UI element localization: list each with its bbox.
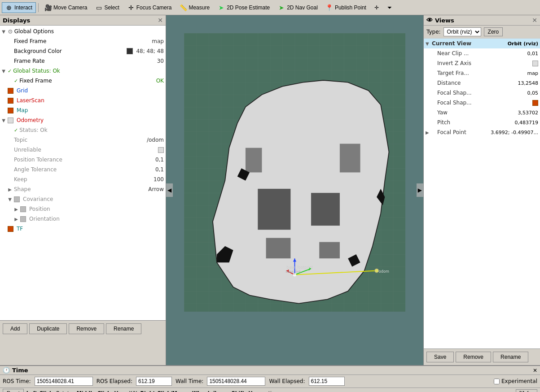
experimental-checkbox[interactable] xyxy=(494,379,500,384)
views-close-button[interactable]: ✕ xyxy=(532,17,537,24)
remove-view-button[interactable]: Remove xyxy=(456,352,491,362)
map-checkbox[interactable] xyxy=(8,108,13,113)
viewport[interactable]: ◀ ▶ xyxy=(166,15,423,365)
wall-time-input[interactable] xyxy=(207,377,265,386)
unreliable-checkbox[interactable] xyxy=(158,147,164,153)
near-clip-row[interactable]: Near Clip ... 0,01 xyxy=(424,48,540,58)
frame-rate-item[interactable]: Frame Rate 30 xyxy=(0,56,166,66)
displays-tree: ▼ ⚙ Global Options Fixed Frame map Backg… xyxy=(0,26,166,320)
covariance-item[interactable]: ▼ Covariance xyxy=(0,194,166,204)
focal-shape2-row[interactable]: Focal Shap... xyxy=(424,98,540,108)
orientation-checkbox[interactable] xyxy=(20,216,26,222)
duplicate-display-button[interactable]: Duplicate xyxy=(29,323,67,334)
views-button-row: Save Remove Rename xyxy=(424,348,540,365)
position-tolerance-value: 0,1 xyxy=(155,157,164,163)
ros-time-input[interactable] xyxy=(35,377,93,386)
nav-goal-button[interactable]: ➤ 2D Nav Goal xyxy=(274,2,321,13)
measure-button[interactable]: 📏 Measure xyxy=(176,2,213,13)
tf-item[interactable]: TF xyxy=(0,224,166,234)
ros-elapsed-input[interactable] xyxy=(136,377,172,386)
pitch-row[interactable]: Pitch 0,483719 xyxy=(424,118,540,127)
views-title: 👁 Views xyxy=(426,17,454,24)
save-view-button[interactable]: Save xyxy=(426,352,454,362)
orientation-expander: ▶ xyxy=(13,217,19,222)
laserscan-checkbox[interactable] xyxy=(8,98,13,104)
toolbar-sep-1 xyxy=(38,3,39,12)
right-click-label: Right-Click/Mouse Wheel: Zoom. xyxy=(140,390,229,392)
svg-text:odom: odom xyxy=(379,269,389,274)
add-tool-button[interactable]: ✛ xyxy=(371,3,382,13)
views-type-row: Type: Orbit (rviz) Zero xyxy=(424,26,540,39)
views-type-select[interactable]: Orbit (rviz) xyxy=(443,27,481,36)
invert-z-row[interactable]: Invert Z Axis xyxy=(424,58,540,68)
global-status-item[interactable]: ▼ ✓ Global Status: Ok xyxy=(0,66,166,76)
target-frame-row[interactable]: Target Fra... map xyxy=(424,68,540,78)
current-view-row[interactable]: ▼ Current View Orbit (rviz) xyxy=(424,39,540,48)
pose-estimate-button[interactable]: ➤ 2D Pose Estimate xyxy=(214,2,273,13)
svg-rect-7 xyxy=(246,148,262,173)
grid-item[interactable]: Grid xyxy=(0,86,166,96)
interact-button[interactable]: ⊕ Interact xyxy=(2,2,36,13)
position-checkbox[interactable] xyxy=(20,206,26,212)
tf-checkbox[interactable] xyxy=(8,226,13,232)
unreliable-item[interactable]: Unreliable xyxy=(0,145,166,155)
odometry-item[interactable]: ▼ Odometry xyxy=(0,115,166,125)
laserscan-label: LaserScan xyxy=(17,97,164,104)
position-item[interactable]: ▶ Position xyxy=(0,204,166,214)
ros-elapsed-label: ROS Elapsed: xyxy=(97,378,132,384)
fixed-frame-item[interactable]: Fixed Frame map xyxy=(0,36,166,46)
viewport-right-arrow[interactable]: ▶ xyxy=(417,183,423,197)
viewport-left-arrow[interactable]: ◀ xyxy=(166,183,173,197)
position-tolerance-item[interactable]: Position Tolerance 0,1 xyxy=(0,155,166,165)
svg-rect-6 xyxy=(319,242,340,259)
odometry-checkbox[interactable] xyxy=(8,118,13,123)
tf-label: TF xyxy=(17,226,164,232)
experimental-label: Experimental xyxy=(501,378,537,384)
svg-rect-8 xyxy=(340,144,360,172)
global-options-label: Global Options xyxy=(14,28,164,35)
shift-label: Shift: More options. xyxy=(232,390,282,392)
rename-display-button[interactable]: Rename xyxy=(106,323,141,334)
move-camera-button[interactable]: 🎥 Move Camera xyxy=(41,2,91,13)
rename-view-button[interactable]: Rename xyxy=(493,352,528,362)
orientation-item[interactable]: ▶ Orientation xyxy=(0,214,166,224)
publish-point-button[interactable]: 📍 Publish Point xyxy=(322,2,370,13)
displays-close-button[interactable]: ✕ xyxy=(158,17,163,24)
map-visualization: odom base_footprint base_link xyxy=(184,33,405,312)
right-panel: 👁 Views ✕ Type: Orbit (rviz) Zero ▼ Curr… xyxy=(423,15,540,365)
main-area: Displays ✕ ▼ ⚙ Global Options Fixed Fram… xyxy=(0,15,540,365)
tool-menu-button[interactable]: ⏷ xyxy=(383,3,396,13)
map-item[interactable]: Map xyxy=(0,105,166,115)
covariance-checkbox[interactable] xyxy=(14,196,20,202)
time-close-button[interactable]: ✕ xyxy=(533,367,537,374)
svg-rect-5 xyxy=(266,238,291,258)
views-zero-button[interactable]: Zero xyxy=(484,27,503,36)
global-status-expander: ▼ xyxy=(1,69,6,74)
views-type-label: Type: xyxy=(426,29,441,35)
focal-shape1-row[interactable]: Focal Shap... 0,05 xyxy=(424,88,540,98)
distance-row[interactable]: Distance 13,2548 xyxy=(424,78,540,88)
topic-item[interactable]: Topic /odom xyxy=(0,135,166,145)
laserscan-item[interactable]: LaserScan xyxy=(0,96,166,105)
focal-point-row[interactable]: ▶ Focal Point 3.6992; -0.49907... xyxy=(424,127,540,137)
invert-z-checkbox[interactable] xyxy=(532,61,538,66)
svg-text:base_footprint: base_footprint xyxy=(286,265,313,270)
remove-display-button[interactable]: Remove xyxy=(69,323,104,334)
fixed-frame-ok-item[interactable]: ✓ Fixed Frame OK xyxy=(0,76,166,86)
add-display-button[interactable]: Add xyxy=(3,323,27,334)
focus-camera-button[interactable]: ✛ Focus Camera xyxy=(124,2,176,13)
background-color-item[interactable]: Background Color 48; 48; 48 xyxy=(0,46,166,56)
views-tree: ▼ Current View Orbit (rviz) Near Clip ..… xyxy=(424,39,540,348)
shape-item[interactable]: ▶ Shape Arrow xyxy=(0,184,166,194)
yaw-row[interactable]: Yaw 3,53702 xyxy=(424,108,540,118)
grid-checkbox[interactable] xyxy=(8,88,13,94)
angle-tolerance-item[interactable]: Angle Tolerance 0,1 xyxy=(0,165,166,174)
fps-badge: 31 fps xyxy=(516,389,537,392)
select-button[interactable]: ▭ Select xyxy=(92,2,123,13)
focal-shape2-checkbox[interactable] xyxy=(532,100,538,106)
global-options-item[interactable]: ▼ ⚙ Global Options xyxy=(0,26,166,36)
keep-item[interactable]: Keep 100 xyxy=(0,174,166,184)
wall-elapsed-input[interactable] xyxy=(309,377,345,386)
bottom-bar: 🕐 Time ✕ ROS Time: ROS Elapsed: Wall Tim… xyxy=(0,365,540,392)
reset-button[interactable]: Reset xyxy=(3,389,24,392)
